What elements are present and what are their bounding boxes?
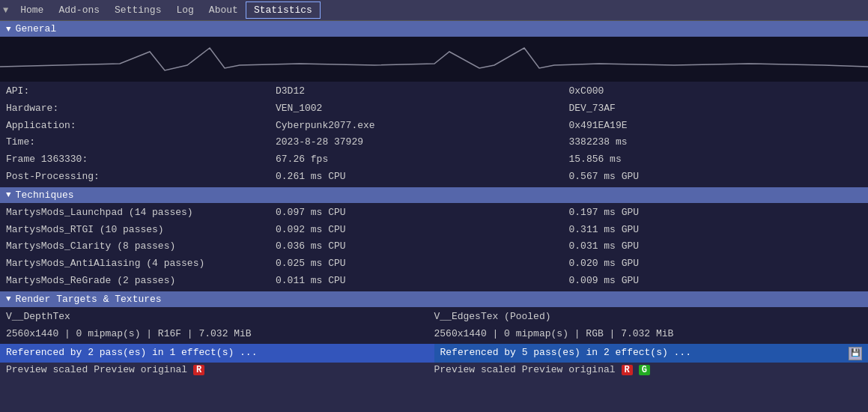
technique-row-3: MartysMods_AntiAliasing (4 passes) 0.025… <box>0 255 868 273</box>
ref-text-1: Referenced by 2 pass(es) in 1 effect(s) … <box>6 347 257 358</box>
technique-row-1: MartysMods_RTGI (10 passes) 0.092 ms CPU… <box>0 222 868 239</box>
ref-row: Referenced by 2 pass(es) in 1 effect(s) … <box>0 344 868 363</box>
badge-g-2: G <box>639 365 650 375</box>
render-section-header[interactable]: ▼ Render Targets & Textures <box>0 291 868 307</box>
frame-val2: 15.856 ms <box>569 152 863 168</box>
tech-name-1: MartysMods_RTGI (10 passes) <box>6 222 276 238</box>
ref-text-2: Referenced by 5 pass(es) in 2 effect(s) … <box>440 345 691 361</box>
tech-gpu-2: 0.031 ms GPU <box>569 239 863 255</box>
techniques-label: Techniques <box>16 190 74 201</box>
application-row: Application: Cyberpunk2077.exe 0x491EA19… <box>0 118 868 135</box>
time-val2: 3382238 ms <box>569 135 863 151</box>
render-info-row: 2560x1440 | 0 mipmap(s) | R16F | 7.032 M… <box>0 326 868 343</box>
render-item1-name: V__DepthTex <box>6 309 434 325</box>
hardware-val1: VEN_1002 <box>276 101 569 117</box>
preview-scaled-label-2: Preview scaled <box>434 364 516 375</box>
menu-item-settings[interactable]: Settings <box>107 2 169 18</box>
menu-arrow: ▼ <box>3 5 8 16</box>
menu-item-about[interactable]: About <box>201 2 246 18</box>
api-row: API: D3D12 0xC000 <box>0 83 868 100</box>
tech-gpu-1: 0.311 ms GPU <box>569 222 863 238</box>
frame-val1: 67.26 fps <box>276 152 569 168</box>
ref-cell-1[interactable]: Referenced by 2 pass(es) in 1 effect(s) … <box>0 344 434 363</box>
general-section-header[interactable]: ▼ General <box>0 21 868 37</box>
preview-cell-1: Preview scaled Preview original R <box>6 364 434 375</box>
render-item1-info: 2560x1440 | 0 mipmap(s) | R16F | 7.032 M… <box>6 327 434 342</box>
preview-scaled-label-1: Preview scaled <box>6 364 88 375</box>
technique-row-2: MartysMods_Clarity (8 passes) 0.036 ms C… <box>0 238 868 255</box>
hardware-val2: DEV_73AF <box>569 101 863 117</box>
general-arrow: ▼ <box>6 25 11 34</box>
tech-gpu-0: 0.197 ms GPU <box>569 205 863 221</box>
time-val1: 2023-8-28 37929 <box>276 135 569 151</box>
tech-gpu-4: 0.009 ms GPU <box>569 273 863 289</box>
api-label: API: <box>6 84 276 100</box>
ref-cell-2[interactable]: Referenced by 5 pass(es) in 2 effect(s) … <box>434 344 869 363</box>
tech-cpu-4: 0.011 ms CPU <box>276 273 569 289</box>
preview-original-label-1: Preview original <box>94 364 187 375</box>
tech-cpu-0: 0.097 ms CPU <box>276 205 569 221</box>
application-label: Application: <box>6 118 276 134</box>
menu-item-home[interactable]: Home <box>13 2 51 18</box>
application-val1: Cyberpunk2077.exe <box>276 118 569 134</box>
menu-item-addons[interactable]: Add-ons <box>51 2 107 18</box>
badge-r-2: R <box>622 365 633 375</box>
postproc-row: Post-Processing: 0.261 ms CPU 0.567 ms G… <box>0 169 868 186</box>
frame-row: Frame 1363330: 67.26 fps 15.856 ms <box>0 151 868 169</box>
tech-name-0: MartysMods_Launchpad (14 passes) <box>6 205 276 221</box>
postproc-val2: 0.567 ms GPU <box>569 169 863 185</box>
render-label: Render Targets & Textures <box>16 294 162 305</box>
tech-cpu-1: 0.092 ms CPU <box>276 222 569 238</box>
application-val2: 0x491EA19E <box>569 118 863 134</box>
hardware-row: Hardware: VEN_1002 DEV_73AF <box>0 100 868 118</box>
badge-r-1: R <box>193 365 204 375</box>
render-arrow: ▼ <box>6 294 11 303</box>
preview-cell-2: Preview scaled Preview original R G <box>434 364 863 375</box>
tech-name-2: MartysMods_Clarity (8 passes) <box>6 239 276 255</box>
render-area: V__DepthTex V__EdgesTex (Pooled) 2560x14… <box>0 307 868 345</box>
techniques-arrow: ▼ <box>6 190 11 199</box>
api-val2: 0xC000 <box>569 84 863 100</box>
menu-item-log[interactable]: Log <box>169 2 201 18</box>
api-val1: D3D12 <box>276 84 569 100</box>
menu-item-statistics[interactable]: Statistics <box>246 1 321 19</box>
render-item2-name: V__EdgesTex (Pooled) <box>434 309 863 325</box>
render-names-row: V__DepthTex V__EdgesTex (Pooled) <box>0 309 868 326</box>
techniques-section-header[interactable]: ▼ Techniques <box>0 187 868 203</box>
hardware-label: Hardware: <box>6 101 276 117</box>
menubar: ▼ Home Add-ons Settings Log About Statis… <box>0 0 868 21</box>
postproc-label: Post-Processing: <box>6 169 276 185</box>
render-item2-info: 2560x1440 | 0 mipmap(s) | RGB | 7.032 Mi… <box>434 327 863 342</box>
postproc-val1: 0.261 ms CPU <box>276 169 569 185</box>
floppy-icon[interactable]: 💾 <box>849 347 862 360</box>
technique-row-0: MartysMods_Launchpad (14 passes) 0.097 m… <box>0 205 868 222</box>
preview-original-label-2: Preview original <box>522 364 616 375</box>
stats-table: API: D3D12 0xC000 Hardware: VEN_1002 DEV… <box>0 82 868 187</box>
tech-gpu-3: 0.020 ms GPU <box>569 256 863 272</box>
tech-cpu-3: 0.025 ms CPU <box>276 256 569 272</box>
time-row: Time: 2023-8-28 37929 3382238 ms <box>0 134 868 151</box>
tech-name-4: MartysMods_ReGrade (2 passes) <box>6 273 276 289</box>
time-label: Time: <box>6 135 276 151</box>
technique-row-4: MartysMods_ReGrade (2 passes) 0.011 ms C… <box>0 273 868 290</box>
tech-cpu-2: 0.036 ms CPU <box>276 239 569 255</box>
performance-graph <box>0 37 868 82</box>
frame-label: Frame 1363330: <box>6 152 276 168</box>
general-label: General <box>16 23 57 34</box>
tech-name-3: MartysMods_AntiAliasing (4 passes) <box>6 256 276 272</box>
preview-row: Preview scaled Preview original R Previe… <box>0 363 868 377</box>
techniques-table: MartysMods_Launchpad (14 passes) 0.097 m… <box>0 203 868 291</box>
